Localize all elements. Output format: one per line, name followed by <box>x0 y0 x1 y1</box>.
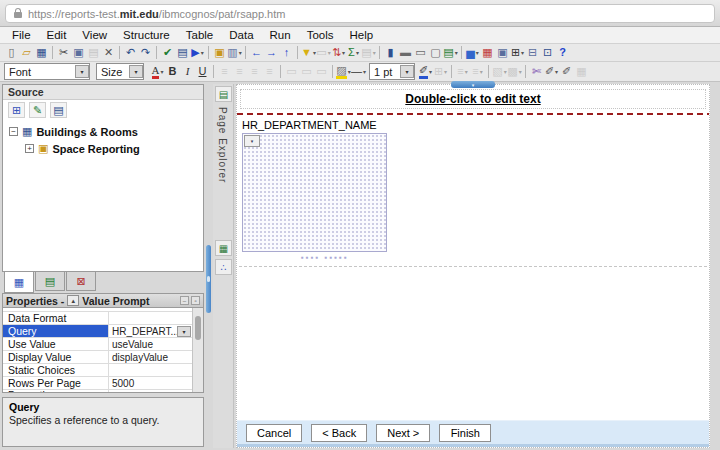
copy-style-icon[interactable]: ▩ ▾ <box>507 64 522 80</box>
dropdown-caret-icon[interactable]: ▾ <box>429 69 432 75</box>
page-header-text[interactable]: Double-click to edit text <box>405 92 540 106</box>
property-value[interactable] <box>109 364 192 376</box>
pick-style-icon[interactable]: ✐ ▾ <box>544 64 559 80</box>
middle-align-icon[interactable]: ▭ <box>299 64 314 80</box>
toolbar-button[interactable] <box>488 65 489 78</box>
property-value[interactable]: displayValue <box>109 351 192 363</box>
query-explorer-icon[interactable]: ▦ <box>215 240 232 256</box>
menu-table[interactable]: Table <box>178 29 222 41</box>
back-button[interactable]: < Back <box>311 424 367 442</box>
property-row-data-format[interactable]: Data Format <box>3 312 192 325</box>
page-header-block[interactable]: Double-click to edit text <box>240 89 706 109</box>
crosstab-icon[interactable]: ▦ <box>480 45 495 61</box>
font-color-icon[interactable]: A ▾ <box>150 64 165 80</box>
justify-icon[interactable]: ≡ <box>262 64 277 80</box>
open-report-icon[interactable]: ▱ <box>19 45 34 61</box>
link-package-icon[interactable]: ⊞ <box>8 102 25 118</box>
borders-icon[interactable]: ⊞ ▾ <box>433 64 448 80</box>
headers-icon[interactable]: ▮ <box>383 45 398 61</box>
align-left-icon[interactable]: ≡ <box>217 64 232 80</box>
tree-item-buildings-and-rooms[interactable]: − ▦ Buildings & Rooms <box>3 123 203 140</box>
collapse-properties-button[interactable]: ▴ <box>67 295 79 306</box>
dropdown-caret-icon[interactable]: ▾ <box>373 50 376 56</box>
condition-explorer-icon[interactable]: ∴ <box>215 259 232 275</box>
suppress-icon[interactable]: ▭ ▾ <box>316 45 331 61</box>
tab-source[interactable]: ▦ <box>4 272 34 293</box>
prompt-field-label[interactable]: HR_DEPARTMENT_NAME <box>242 119 377 131</box>
underline-icon[interactable]: U <box>195 64 210 80</box>
style-manager-icon[interactable]: ▦ <box>574 64 589 80</box>
dropdown-caret-icon[interactable]: ▾ <box>160 69 163 75</box>
table-icon[interactable]: ⊞ ▾ <box>510 45 525 61</box>
help-icon[interactable]: ? <box>555 45 570 61</box>
background-color-icon[interactable]: ▨ ▾ <box>336 64 351 80</box>
toolbar-button[interactable] <box>379 46 380 59</box>
menu-file[interactable]: File <box>4 29 39 41</box>
menu-structure[interactable]: Structure <box>115 29 178 41</box>
toolbar-button[interactable] <box>156 46 157 59</box>
bold-icon[interactable]: B <box>165 64 180 80</box>
toolbar-collapse-grip[interactable]: ▾ <box>451 81 495 88</box>
back-icon[interactable]: ← <box>249 45 264 61</box>
toolbar-button[interactable] <box>208 46 209 59</box>
forward-icon[interactable]: → <box>264 45 279 61</box>
border-color-icon[interactable]: ✐ ▾ <box>418 64 433 80</box>
page-header-icon[interactable]: ▬ <box>398 45 413 61</box>
property-row-display-value[interactable]: Display Value displayValue <box>3 351 192 364</box>
toolbar-button[interactable] <box>245 46 246 59</box>
next-button[interactable]: Next > <box>376 424 430 442</box>
page-explorer-label[interactable]: Page Explorer <box>217 107 228 183</box>
toolbar-button[interactable] <box>332 65 333 78</box>
line-style-icon[interactable]: — ▾ <box>351 64 366 80</box>
menu-run[interactable]: Run <box>262 29 299 41</box>
top-align-icon[interactable]: ▭ <box>284 64 299 80</box>
page-footer-icon[interactable]: ▭ <box>413 45 428 61</box>
font-select-arrow-icon[interactable]: ▾ <box>75 65 89 78</box>
toolbar-button[interactable] <box>297 46 298 59</box>
list-icon[interactable]: ▤ ▾ <box>443 45 458 61</box>
pane-splitter[interactable] <box>205 84 213 448</box>
property-row-rows-per-page[interactable]: Rows Per Page 5000 <box>3 377 192 390</box>
dropdown-caret-icon[interactable]: ▾ <box>328 50 331 56</box>
property-value[interactable]: useValue <box>109 338 192 350</box>
dropdown-caret-icon[interactable]: ▾ <box>356 50 359 56</box>
sort-icon[interactable]: ⇅ ▾ <box>331 45 346 61</box>
italic-icon[interactable]: I <box>180 64 195 80</box>
tab-toolbox[interactable]: ⊠ <box>66 272 96 291</box>
value-prompt-control[interactable]: ▾ <box>242 133 387 252</box>
menu-data[interactable]: Data <box>221 29 261 41</box>
xml-icon[interactable]: ▤ <box>175 45 190 61</box>
copy-icon[interactable]: ▣ <box>71 45 86 61</box>
menu-help[interactable]: Help <box>342 29 382 41</box>
cancel-button[interactable]: Cancel <box>246 424 302 442</box>
border-width-select-arrow-icon[interactable]: ▾ <box>400 65 414 78</box>
dropdown-caret-icon[interactable]: ▾ <box>476 50 479 56</box>
filter-icon[interactable]: ▼ ▾ <box>301 45 316 61</box>
toolbar-button[interactable] <box>119 46 120 59</box>
list-outdent-icon[interactable]: ≡ ▾ <box>470 64 485 80</box>
dropdown-caret-icon[interactable]: ▾ <box>201 50 204 56</box>
property-value[interactable] <box>109 390 192 393</box>
border-width-select[interactable]: 1 pt ▾ <box>369 63 415 80</box>
style-picker-icon[interactable]: ▧ ▾ <box>492 64 507 80</box>
report-canvas[interactable]: ▾ Double-click to edit text HR_DEPARTMEN… <box>236 84 710 448</box>
property-dropdown-button[interactable]: ▾ <box>177 326 191 337</box>
property-value[interactable]: 5000 <box>109 377 192 389</box>
repeater-icon[interactable]: ▣ <box>495 45 510 61</box>
property-row-static-choices[interactable]: Static Choices <box>3 364 192 377</box>
undo-icon[interactable]: ↶ <box>123 45 138 61</box>
toolbar-button[interactable] <box>451 65 452 78</box>
bottom-align-icon[interactable]: ▭ <box>314 64 329 80</box>
section-icon[interactable]: ▤ ▾ <box>361 45 376 61</box>
dropdown-caret-icon[interactable]: ▾ <box>519 69 522 75</box>
scrollbar-thumb[interactable] <box>195 316 201 340</box>
prompt-object-icon[interactable]: ⊟ <box>525 45 540 61</box>
dropdown-caret-icon[interactable]: ▾ <box>555 69 558 75</box>
page-explorer-icon[interactable]: ▤ <box>215 86 232 102</box>
new-report-icon[interactable]: ▯ <box>4 45 19 61</box>
tab-data-items[interactable]: ▤ <box>35 272 65 291</box>
property-value[interactable] <box>109 312 192 324</box>
splitter-grip[interactable] <box>206 245 211 313</box>
tree-expander-icon[interactable]: + <box>25 144 34 153</box>
toolbar-button[interactable] <box>461 46 462 59</box>
